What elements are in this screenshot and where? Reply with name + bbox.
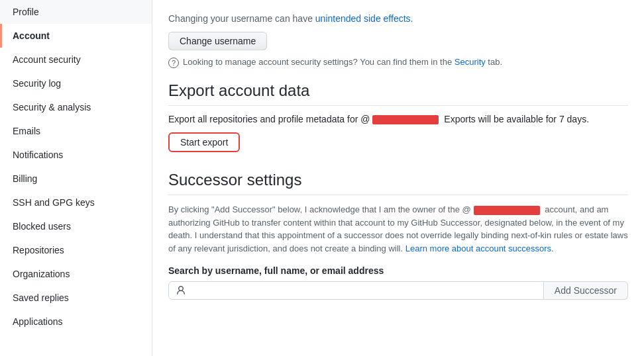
sidebar-item-emails[interactable]: Emails: [0, 119, 152, 143]
sidebar-item-ssh-gpg-keys[interactable]: SSH and GPG keys: [0, 191, 152, 214]
username-section: Changing your username can have unintend…: [168, 13, 628, 68]
redacted-username: [372, 115, 439, 124]
successor-section: Successor settings By clicking "Add Succ…: [168, 171, 628, 300]
export-desc-suffix: Exports will be available for 7 days.: [441, 114, 589, 124]
search-label: Search by username, full name, or email …: [168, 265, 628, 276]
add-successor-button[interactable]: Add Successor: [544, 281, 628, 300]
username-notice: Changing your username can have unintend…: [168, 13, 628, 24]
person-icon: [176, 285, 186, 296]
export-description: Export all repositories and profile meta…: [168, 114, 628, 124]
username-notice-text: Changing your username can have: [168, 13, 315, 24]
export-section: Export account data Export all repositor…: [168, 81, 628, 152]
change-username-button[interactable]: Change username: [168, 32, 267, 50]
export-section-title: Export account data: [168, 81, 628, 106]
learn-more-link[interactable]: Learn more about account successors.: [405, 244, 554, 253]
sidebar-item-applications[interactable]: Applications: [0, 310, 152, 334]
export-desc-prefix: Export all repositories and profile meta…: [168, 114, 370, 124]
security-note-text: Looking to manage account security setti…: [183, 57, 502, 67]
sidebar-item-notifications[interactable]: Notifications: [0, 143, 152, 167]
sidebar-item-account[interactable]: Account: [0, 24, 152, 48]
redacted-username-2: [474, 206, 540, 215]
sidebar-item-repositories[interactable]: Repositories: [0, 238, 152, 262]
sidebar-item-billing[interactable]: Billing: [0, 167, 152, 191]
question-icon: ?: [168, 58, 179, 68]
security-note-suffix: tab.: [486, 57, 502, 67]
unintended-side-effects-link[interactable]: unintended side effects.: [315, 13, 413, 24]
successor-desc-prefix: By clicking "Add Successor" below, I ack…: [168, 204, 471, 214]
sidebar-item-profile[interactable]: Profile: [0, 0, 152, 24]
security-note: ? Looking to manage account security set…: [168, 57, 628, 68]
sidebar: ProfileAccountAccount securitySecurity l…: [0, 0, 152, 356]
successor-section-title: Successor settings: [168, 171, 628, 195]
search-row: Add Successor: [168, 281, 628, 300]
security-note-prefix: Looking to manage account security setti…: [183, 57, 455, 67]
sidebar-item-saved-replies[interactable]: Saved replies: [0, 286, 152, 310]
search-input[interactable]: [190, 285, 537, 296]
successor-description: By clicking "Add Successor" below, I ack…: [168, 203, 628, 255]
start-export-button[interactable]: Start export: [168, 132, 240, 152]
sidebar-item-account-security[interactable]: Account security: [0, 48, 152, 71]
sidebar-item-security-log[interactable]: Security log: [0, 71, 152, 95]
sidebar-item-blocked-users[interactable]: Blocked users: [0, 214, 152, 238]
sidebar-item-organizations[interactable]: Organizations: [0, 262, 152, 286]
security-tab-link[interactable]: Security: [455, 57, 486, 67]
sidebar-item-security-analysis[interactable]: Security & analysis: [0, 95, 152, 119]
search-input-wrapper: [168, 281, 544, 300]
main-content: Changing your username can have unintend…: [152, 0, 644, 356]
